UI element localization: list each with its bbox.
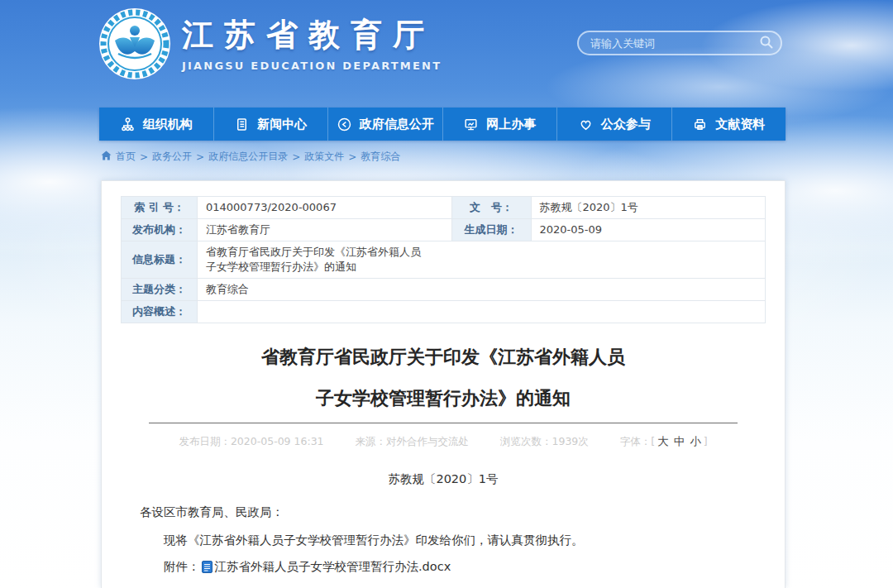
home-icon: [101, 151, 112, 163]
nav-item-label: 新闻中心: [257, 117, 307, 132]
word-doc-icon: [202, 561, 213, 576]
font-size-control: 字体：[大中小]: [620, 435, 708, 447]
table-row: 发布机构： 江苏省教育厅 生成日期： 2020-05-09: [122, 219, 766, 241]
nav-item-label: 文献资料: [715, 117, 765, 132]
nav-item-label: 组织机构: [143, 117, 193, 132]
search-button[interactable]: [752, 32, 781, 54]
info-title-label: 信息标题：: [122, 241, 198, 279]
doc-number-value: 苏教规〔2020〕1号: [531, 197, 765, 219]
heart-icon: [578, 117, 594, 132]
doc-number-label: 文 号：: [451, 197, 531, 219]
attachment-link[interactable]: 江苏省外籍人员子女学校管理暂行办法.docx: [215, 559, 451, 575]
nav-item-online-services[interactable]: 网上办事: [442, 108, 557, 141]
table-row: 主题分类： 教育综合: [122, 279, 766, 301]
title-divider: [149, 423, 738, 423]
breadcrumb-info-directory[interactable]: 政府信息公开目录: [208, 150, 288, 164]
nav-item-public-participation[interactable]: 公众参与: [556, 108, 671, 141]
breadcrumb-policy-files[interactable]: 政策文件: [304, 150, 344, 164]
salutation: 各设区市教育局、民政局：: [140, 504, 785, 520]
nav-item-label: 公众参与: [601, 117, 651, 132]
font-size-medium[interactable]: 中: [674, 434, 685, 447]
monitor-icon: [463, 117, 479, 132]
breadcrumb-separator: >: [292, 151, 300, 163]
issuer-label: 发布机构：: [122, 219, 198, 241]
nav-item-news-center[interactable]: 新闻中心: [213, 108, 328, 141]
attachment-label: 附件：: [164, 559, 200, 575]
breadcrumb-home[interactable]: 首页: [116, 150, 136, 164]
main-nav: 组织机构 新闻中心 政府信息公开: [99, 108, 786, 141]
news-doc-icon: [234, 117, 250, 132]
nav-item-gov-info-disclosure[interactable]: 政府信息公开: [327, 108, 442, 141]
generate-date-label: 生成日期：: [451, 219, 531, 241]
search-box: [577, 31, 782, 55]
summary-label: 内容概述：: [122, 301, 198, 323]
site-title: 江苏省教育厅 JIANGSU EDUCATION DEPARTMENT: [182, 14, 442, 72]
nav-item-label: 政府信息公开: [360, 117, 434, 132]
info-title-value: 省教育厅省民政厅关于印发《江苏省外籍人员 子女学校管理暂行办法》的通知: [197, 241, 765, 279]
site-name-zh: 江苏省教育厅: [182, 14, 442, 56]
source: 来源：对外合作与交流处: [356, 435, 470, 447]
org-chart-icon: [120, 117, 136, 132]
article-meta-bar: 发布日期：2020-05-09 16:31 来源：对外合作与交流处 浏览次数：1…: [102, 434, 785, 449]
summary-value: [197, 301, 765, 323]
breadcrumb-zhengwu[interactable]: 政务公开: [152, 150, 192, 164]
nav-item-document-resources[interactable]: 文献资料: [671, 108, 786, 141]
page: 江苏省教育厅 JIANGSU EDUCATION DEPARTMENT 组织机构: [0, 0, 893, 588]
article-title-line1: 省教育厅省民政厅关于印发《江苏省外籍人员: [102, 337, 785, 378]
site-name-en: JIANGSU EDUCATION DEPARTMENT: [182, 60, 442, 72]
breadcrumb-education-general[interactable]: 教育综合: [361, 150, 400, 164]
index-number-value: 014000773/2020-00067: [197, 197, 451, 219]
nav-item-organization[interactable]: 组织机构: [99, 108, 213, 141]
category-value: 教育综合: [197, 279, 765, 301]
nav-item-label: 网上办事: [486, 117, 536, 132]
breadcrumb-separator: >: [196, 151, 204, 163]
table-row: 信息标题： 省教育厅省民政厅关于印发《江苏省外籍人员 子女学校管理暂行办法》的通…: [122, 241, 766, 279]
printer-archive-icon: [692, 117, 708, 132]
view-count: 浏览次数：1939次: [500, 435, 589, 447]
breadcrumb-separator: >: [140, 151, 148, 163]
font-size-small[interactable]: 小: [690, 434, 701, 447]
body-paragraph: 现将《江苏省外籍人员子女学校管理暂行办法》印发给你们，请认真贯彻执行。: [164, 530, 752, 550]
index-number-label: 索 引 号：: [122, 197, 198, 219]
generate-date-value: 2020-05-09: [531, 219, 765, 241]
circle-arrow-icon: [337, 117, 352, 132]
bracket-close: ]: [704, 435, 708, 447]
jiangsu-education-logo: [98, 7, 171, 80]
search-input[interactable]: [579, 32, 752, 54]
table-row: 内容概述：: [122, 301, 766, 323]
article-title: 省教育厅省民政厅关于印发《江苏省外籍人员 子女学校管理暂行办法》的通知: [102, 337, 785, 419]
breadcrumb: 首页 > 政务公开 > 政府信息公开目录 > 政策文件 > 教育综合: [101, 150, 400, 164]
search-icon: [758, 34, 775, 53]
issuer-value: 江苏省教育厅: [197, 219, 451, 241]
content-panel: 索 引 号： 014000773/2020-00067 文 号： 苏教规〔202…: [101, 180, 786, 588]
document-meta-table: 索 引 号： 014000773/2020-00067 文 号： 苏教规〔202…: [121, 196, 766, 323]
article-title-line2: 子女学校管理暂行办法》的通知: [102, 378, 785, 419]
publish-date: 发布日期：2020-05-09 16:31: [179, 435, 323, 447]
breadcrumb-separator: >: [348, 151, 356, 163]
font-size-label: 字体：: [620, 435, 652, 447]
table-row: 索 引 号： 014000773/2020-00067 文 号： 苏教规〔202…: [122, 197, 766, 219]
bracket-open: [: [651, 435, 655, 447]
document-number: 苏教规〔2020〕1号: [102, 471, 785, 487]
category-label: 主题分类：: [122, 279, 198, 301]
font-size-large[interactable]: 大: [657, 434, 669, 447]
attachment-line: 附件： 江苏省外籍人员子女学校管理暂行办法.docx: [164, 559, 785, 575]
